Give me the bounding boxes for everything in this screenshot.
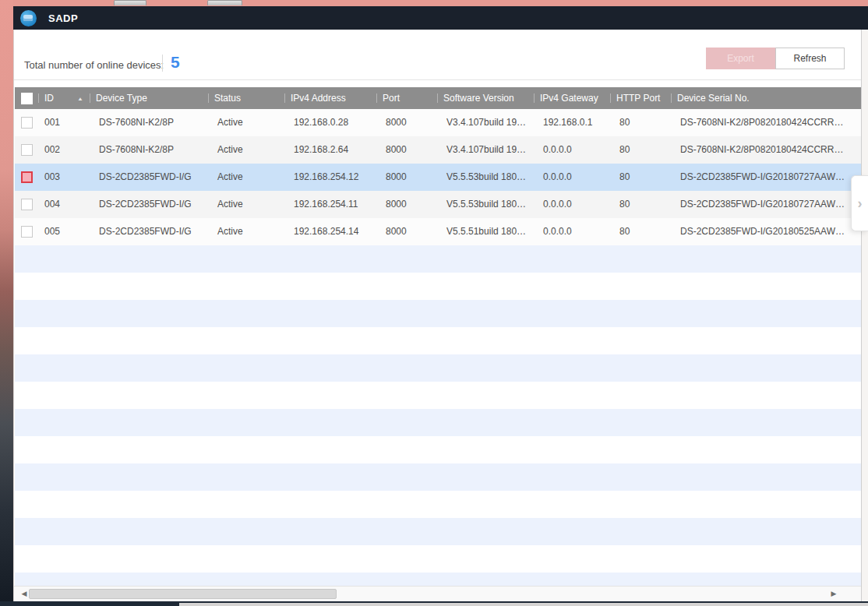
row-checkbox-cell[interactable]	[15, 164, 38, 191]
sadp-logo-icon	[20, 10, 37, 26]
cell-id: 002	[38, 136, 90, 164]
cell-software-version: V3.4.107build 19…	[437, 109, 534, 136]
row-checkbox[interactable]	[21, 226, 33, 238]
cell-ipv4-address: 192.168.2.64	[284, 136, 376, 164]
cell-device-type: DS-7608NI-K2/8P	[90, 109, 208, 136]
cell-device-type: DS-2CD2385FWD-I/G	[90, 218, 208, 245]
cell-id: 001	[38, 109, 90, 136]
column-header-device-serial[interactable]: Device Serial No.	[671, 87, 861, 109]
row-checkbox[interactable]	[21, 117, 33, 129]
table-row[interactable]: 002 DS-7608NI-K2/8P Active 192.168.2.64 …	[15, 136, 861, 164]
table-row[interactable]: 003 DS-2CD2385FWD-I/G Active 192.168.254…	[15, 164, 861, 191]
cell-port: 8000	[376, 218, 437, 245]
background-window-edge	[179, 603, 868, 606]
expand-panel-tab[interactable]: ›	[851, 175, 868, 231]
cell-ipv4-address: 192.168.254.11	[284, 191, 376, 218]
scroll-right-arrow-icon[interactable]: ▶	[828, 587, 839, 601]
cell-device-serial: DS-2CD2385FWD-I/G20180727AAW…	[671, 164, 861, 191]
column-divider	[671, 93, 672, 103]
cell-ipv4-gateway: 0.0.0.0	[534, 191, 610, 218]
cell-http-port: 80	[610, 109, 671, 136]
empty-rows-area	[15, 245, 861, 586]
cell-software-version: V5.5.53build 180…	[437, 191, 534, 218]
table-header: ID ▲ Device Type Status IPv4 Address Por…	[15, 87, 861, 109]
app-title: SADP	[48, 12, 78, 24]
sadp-window: SADP Total number of online devices: 5 E…	[13, 6, 868, 601]
window-content: Total number of online devices: 5 Export…	[13, 30, 861, 601]
cell-ipv4-address: 192.168.0.28	[284, 109, 376, 136]
export-button[interactable]: Export	[706, 48, 775, 69]
column-header-port[interactable]: Port	[376, 87, 437, 109]
table-row[interactable]: 004 DS-2CD2385FWD-I/G Active 192.168.254…	[15, 191, 861, 218]
cell-status: Active	[208, 136, 284, 164]
cell-device-serial: DS-2CD2385FWD-I/G20180525AAW…	[671, 218, 861, 245]
cell-port: 8000	[376, 109, 437, 136]
cell-http-port: 80	[610, 191, 671, 218]
cell-id: 004	[38, 191, 90, 218]
cell-device-type: DS-2CD2385FWD-I/G	[90, 164, 208, 191]
refresh-button[interactable]: Refresh	[775, 48, 845, 69]
column-divider	[208, 93, 209, 103]
cell-ipv4-gateway: 0.0.0.0	[534, 136, 610, 164]
cell-ipv4-gateway: 0.0.0.0	[534, 164, 610, 191]
row-checkbox-cell[interactable]	[15, 218, 38, 245]
cell-device-type: DS-2CD2385FWD-I/G	[90, 191, 208, 218]
select-all-checkbox[interactable]	[21, 93, 33, 104]
column-header-id[interactable]: ID ▲	[38, 87, 90, 109]
cell-port: 8000	[376, 191, 437, 218]
column-header-ipv4-gateway[interactable]: IPv4 Gateway	[534, 87, 610, 109]
cell-device-type: DS-7608NI-K2/8P	[90, 136, 208, 164]
row-checkbox-cell[interactable]	[15, 109, 38, 136]
cell-software-version: V5.5.51build 180…	[437, 218, 534, 245]
column-header-ipv4-address[interactable]: IPv4 Address	[284, 87, 376, 109]
select-all-checkbox-cell[interactable]	[15, 87, 38, 109]
cell-device-serial: DS-2CD2385FWD-I/G20180727AAW…	[671, 191, 861, 218]
cell-status: Active	[208, 191, 284, 218]
table-row[interactable]: 001 DS-7608NI-K2/8P Active 192.168.0.28 …	[15, 109, 861, 136]
cell-ipv4-address: 192.168.254.14	[284, 218, 376, 245]
sort-ascending-icon: ▲	[77, 95, 83, 100]
row-checkbox[interactable]	[21, 199, 33, 210]
column-divider	[284, 93, 285, 103]
cell-port: 8000	[376, 136, 437, 164]
column-divider	[90, 93, 90, 103]
cell-id: 003	[38, 164, 90, 191]
cell-http-port: 80	[610, 164, 671, 191]
count-separator	[162, 55, 163, 72]
chevron-right-icon: ›	[858, 196, 863, 212]
column-divider	[610, 93, 611, 103]
cell-device-serial: DS-7608NI-K2/8P0820180424CCRR…	[671, 109, 861, 136]
column-divider	[437, 93, 438, 103]
cell-software-version: V5.5.53build 180…	[437, 164, 534, 191]
column-header-http-port[interactable]: HTTP Port	[610, 87, 671, 109]
row-checkbox[interactable]	[21, 144, 33, 156]
device-count: 5	[171, 53, 180, 72]
horizontal-scrollbar[interactable]: ◀ ▶	[14, 586, 862, 601]
cell-status: Active	[208, 109, 284, 136]
column-divider	[376, 93, 377, 103]
cell-ipv4-address: 192.168.254.12	[284, 164, 376, 191]
cell-status: Active	[208, 218, 284, 245]
row-checkbox-cell[interactable]	[15, 191, 38, 218]
table-row[interactable]: 005 DS-2CD2385FWD-I/G Active 192.168.254…	[15, 218, 861, 245]
total-devices-label: Total number of online devices:	[24, 59, 164, 71]
toolbar: Total number of online devices: 5 Export…	[14, 30, 861, 80]
row-checkbox[interactable]	[21, 171, 33, 183]
cell-device-serial: DS-7608NI-K2/8P0820180424CCRR…	[671, 136, 861, 164]
row-checkbox-cell[interactable]	[15, 136, 38, 164]
scrollbar-thumb[interactable]	[29, 589, 337, 599]
column-divider	[534, 93, 535, 103]
cell-software-version: V3.4.107build 19…	[437, 136, 534, 164]
scroll-left-arrow-icon[interactable]: ◀	[19, 587, 30, 601]
cell-ipv4-gateway: 192.168.0.1	[534, 109, 610, 136]
cell-http-port: 80	[610, 136, 671, 164]
cell-ipv4-gateway: 0.0.0.0	[534, 218, 610, 245]
column-header-status[interactable]: Status	[208, 87, 284, 109]
right-gutter	[861, 30, 868, 601]
cell-status: Active	[208, 164, 284, 191]
column-divider	[38, 93, 39, 103]
cell-http-port: 80	[610, 218, 671, 245]
column-header-device-type[interactable]: Device Type	[90, 87, 208, 109]
column-header-software-version[interactable]: Software Version	[437, 87, 534, 109]
background-window-tab	[207, 0, 242, 5]
